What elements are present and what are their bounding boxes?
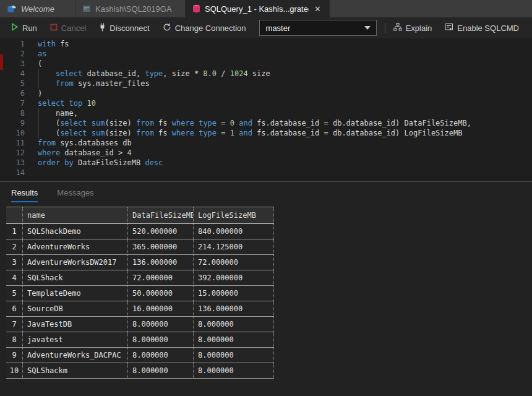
line-number: 3 [0,59,25,69]
tab-messages[interactable]: Messages [57,188,93,202]
change-connection-button[interactable]: Change Connection [163,23,246,33]
run-icon [11,23,19,33]
code-line[interactable]: 2as [0,49,532,59]
line-number: 2 [0,49,25,59]
code-line[interactable]: 6) [0,88,532,98]
column-header-DataFileSizeMB[interactable]: DataFileSizeMB [128,207,194,223]
disconnect-button[interactable]: Disconnect [99,23,149,33]
line-number: 7 [0,98,25,108]
code-line[interactable]: 1with fs [0,39,532,49]
row-number-cell[interactable]: 2 [6,239,23,254]
grid-cell[interactable]: 365.000000 [128,239,194,254]
database-dropdown-value: master [266,24,291,33]
grid-cell[interactable]: 8.000000 [194,348,274,363]
grid-cell[interactable]: 392.000000 [194,270,274,285]
row-number-column-header[interactable] [6,207,23,223]
code-line[interactable]: 4 select database_id, type, size * 8.0 /… [0,69,532,79]
code-line[interactable]: 12where database_id > 4 [0,148,532,158]
sql-editor[interactable]: 1with fs2as3(4 select database_id, type,… [0,38,532,181]
grid-cell[interactable]: AdventureWorksDW2017 [23,255,128,270]
grid-row: 2AdventureWorks365.000000214.125000 [6,239,274,255]
cancel-button[interactable]: Cancel [50,24,86,33]
change-connection-label: Change Connection [175,24,246,33]
grid-cell[interactable]: 8.000000 [128,317,194,332]
sql-query-file-icon [192,4,200,13]
code-line[interactable]: 13order by DataFileSizeMB desc [0,158,532,168]
chevron-down-icon [364,26,371,30]
results-panel: Results Messages nameDataFileSizeMBLogFi… [0,181,532,396]
grid-body: 1SQLShackDemo520.000000840.0000002Advent… [6,224,274,379]
explain-label: Explain [406,24,432,33]
code-line[interactable]: 11from sys.databases db [0,138,532,148]
code-line[interactable]: 9 (select sum(size) from fs where type =… [0,118,532,128]
grid-cell[interactable]: 520.000000 [128,224,194,239]
grid-cell[interactable]: 8.000000 [194,332,274,347]
grid-cell[interactable]: 72.000000 [128,270,194,285]
column-header-LogFileSizeMB[interactable]: LogFileSizeMB [194,207,274,223]
tab-label: SQLQuery_1 - Kashis...grated) [205,4,309,14]
grid-cell[interactable]: SourceDB [23,301,128,316]
azure-data-studio-icon [7,4,17,14]
server-dashboard-icon [82,4,91,13]
column-header-name[interactable]: name [23,207,128,223]
enable-sqlcmd-button[interactable]: Enable SQLCMD [445,23,519,33]
grid-header: nameDataFileSizeMBLogFileSizeMB [6,207,274,224]
close-icon[interactable]: ✕ [313,4,322,14]
grid-cell[interactable]: 8.000000 [194,363,274,378]
grid-cell[interactable]: 8.000000 [194,317,274,332]
tab-results[interactable]: Results [11,188,38,202]
grid-cell[interactable]: JavaTestDB [23,317,128,332]
grid-cell[interactable]: 72.000000 [194,255,274,270]
grid-cell[interactable]: 8.000000 [128,348,194,363]
explain-button[interactable]: Explain [393,23,432,33]
row-number-cell[interactable]: 3 [6,255,23,270]
grid-cell[interactable]: 136.000000 [128,255,194,270]
code-line[interactable]: 3( [0,59,532,69]
grid-cell[interactable]: 15.000000 [194,286,274,301]
row-number-cell[interactable]: 4 [6,270,23,285]
grid-cell[interactable]: SQLShack [23,270,128,285]
line-number: 10 [0,128,25,138]
row-number-cell[interactable]: 1 [6,224,23,239]
row-number-cell[interactable]: 8 [6,332,23,347]
row-number-cell[interactable]: 10 [6,363,23,378]
grid-cell[interactable]: javatest [23,332,128,347]
editor-tab-bar: Welcome Kashish\SQL2019GA SQLQuery_1 - K… [0,0,532,17]
grid-row: 9AdventureWorks_DACPAC8.0000008.000000 [6,348,274,363]
grid-cell[interactable]: 16.000000 [128,301,194,316]
results-tab-bar: Results Messages [0,182,532,202]
code-line[interactable]: 10 (select sum(size) from fs where type … [0,128,532,138]
cancel-label: Cancel [61,24,86,33]
code-line[interactable]: 8 name, [0,108,532,118]
grid-row: 6SourceDB16.000000136.000000 [6,301,274,317]
query-toolbar: Run Cancel Disconnect Change Connection [0,17,532,38]
tab-bar-empty-space [330,0,532,17]
grid-cell[interactable]: TemplateDemo [23,286,128,301]
run-button[interactable]: Run [11,23,37,33]
code-line[interactable]: 7select top 10 [0,98,532,108]
grid-cell[interactable]: SQLShackm [23,363,128,378]
grid-cell[interactable]: SQLShackDemo [23,224,128,239]
tab-welcome[interactable]: Welcome [0,0,75,17]
grid-cell[interactable]: AdventureWorks [23,239,128,254]
enable-sqlcmd-label: Enable SQLCMD [457,24,519,33]
tab-label: Welcome [21,4,54,14]
grid-cell[interactable]: 840.000000 [194,224,274,239]
database-dropdown[interactable]: master [259,20,377,36]
row-number-cell[interactable]: 6 [6,301,23,316]
code-line[interactable]: 14 [0,168,532,178]
grid-cell[interactable]: 136.000000 [194,301,274,316]
row-number-cell[interactable]: 5 [6,286,23,301]
tab-sqlquery-active[interactable]: SQLQuery_1 - Kashis...grated) ✕ [186,0,330,17]
grid-cell[interactable]: 50.000000 [128,286,194,301]
sqlcmd-document-icon [445,23,453,33]
code-line[interactable]: 5 from sys.master_files [0,79,532,88]
grid-cell[interactable]: AdventureWorks_DACPAC [23,348,128,363]
grid-cell[interactable]: 8.000000 [128,363,194,378]
row-number-cell[interactable]: 9 [6,348,23,363]
grid-cell[interactable]: 214.125000 [194,239,274,254]
row-number-cell[interactable]: 7 [6,317,23,332]
tab-server-dashboard[interactable]: Kashish\SQL2019GA [75,0,186,17]
grid-cell[interactable]: 8.000000 [128,332,194,347]
grid-row: 8javatest8.0000008.000000 [6,332,274,348]
